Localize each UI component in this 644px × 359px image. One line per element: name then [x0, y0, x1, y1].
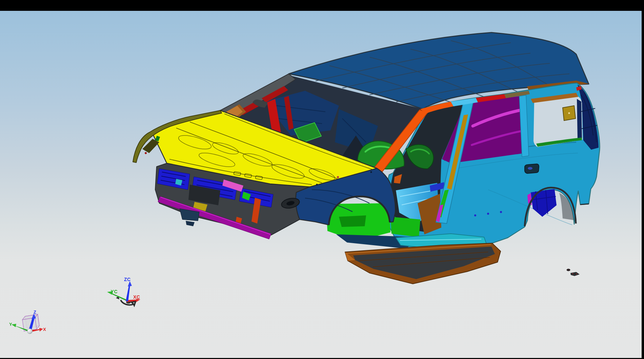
- door-handle-recess[interactable]: [525, 164, 539, 173]
- hood-red-dot: [337, 176, 339, 178]
- sill-front-green: [390, 217, 420, 237]
- wcs-yc-label: YC: [111, 289, 118, 294]
- handle-glint: [528, 167, 532, 170]
- sail-panel-navy: [577, 99, 582, 140]
- green-frame-detail: [339, 215, 366, 227]
- fender-red-dot: [145, 152, 147, 154]
- graphics-viewport[interactable]: ZC YC XC Z Y X: [0, 0, 644, 359]
- wcs-xc-label: XC: [133, 294, 140, 300]
- tail-edge: [580, 204, 589, 205]
- abs-z-label: Z: [34, 310, 36, 315]
- abs-x-label: X: [43, 327, 46, 332]
- quarter-window-opening[interactable]: [531, 93, 583, 147]
- cad-application-window: ZC YC XC Z Y X: [0, 0, 644, 359]
- bracket-hole: [568, 112, 570, 114]
- origin-sphere[interactable]: [27, 329, 33, 334]
- fender-bolt: [316, 184, 318, 186]
- wcs-zc-label: ZC: [124, 277, 131, 282]
- abs-y-label: Y: [9, 322, 12, 327]
- fender-bolt2: [370, 171, 372, 173]
